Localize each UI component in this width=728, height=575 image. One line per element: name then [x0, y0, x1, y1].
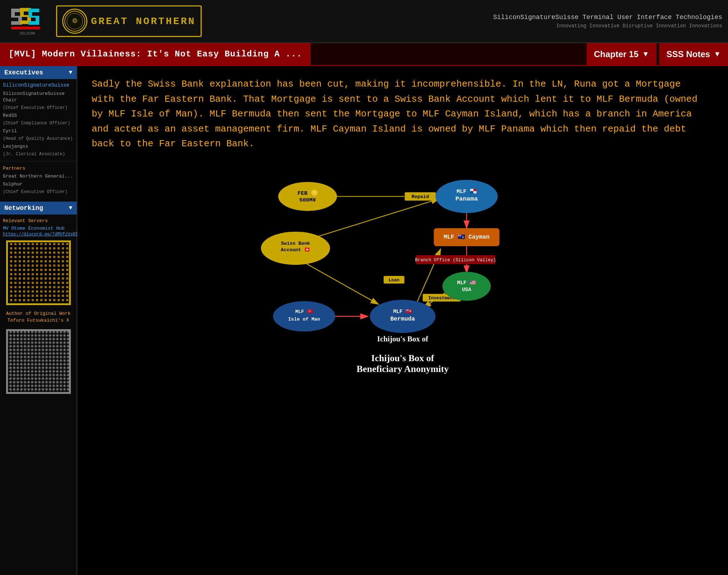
svg-text:MLF 🇺🇸: MLF 🇺🇸 — [457, 279, 476, 286]
diagram-container: Repaid Loan Inv — [241, 166, 564, 346]
qr-code-discord — [6, 240, 71, 305]
svg-text:SILICON: SILICON — [20, 32, 35, 36]
great-northern-logo: ⚙ GREAT NORTHERN — [56, 5, 202, 37]
sidebar-item-partner1: Great Northern General... — [0, 172, 77, 180]
gn-circle: ⚙ — [62, 9, 87, 34]
svg-point-37 — [443, 272, 491, 301]
qr-pattern-1 — [8, 242, 69, 303]
sss-logo: SILICON — [6, 5, 49, 37]
sidebar-item-cyril-role: (Head of Quality Assurance) — [0, 135, 77, 143]
svg-text:Branch Office (Silicon Valley): Branch Office (Silicon Valley) — [415, 258, 496, 263]
gn-text: GREAT NORTHERN — [91, 16, 196, 27]
networking-header[interactable]: Networking ▼ — [0, 202, 77, 215]
svg-text:⚙: ⚙ — [72, 17, 78, 24]
svg-text:USA: USA — [462, 287, 471, 293]
sidebar-item-sulphur-role: (Chief Executive Officer) — [0, 188, 77, 196]
chapter-label: Chapter 15 — [594, 49, 638, 59]
svg-text:500M¥: 500M¥ — [299, 197, 316, 203]
networking-label: Networking — [4, 204, 43, 212]
diagram-title: Ichijou's Box of Beneficiary Anonymity — [92, 353, 714, 374]
notes-label: SSS Notes — [667, 49, 710, 59]
chapter-button[interactable]: Chapter 15 ▼ — [587, 43, 656, 65]
header: SILICON ⚙ GREAT NORTHERN SiliconSignatur… — [0, 0, 728, 43]
chapter-chevron-icon: ▼ — [642, 50, 649, 58]
sidebar-divider-1 — [0, 161, 77, 161]
header-brand: SiliconSignatureSuisse Terminal User Int… — [493, 13, 722, 30]
main-paragraph: Sadly the Swiss Bank explanation has bee… — [92, 77, 703, 152]
sidebar-item-sulphur: Sulphur — [0, 180, 77, 188]
brand-subtitle: Innovating Innovative Disruptive Innovat… — [493, 22, 722, 30]
main-content: Sadly the Swiss Bank explanation has bee… — [77, 66, 728, 575]
sidebar-item-sss-chair-role: (Chief Executive Officer) — [0, 104, 77, 112]
sidebar-item-leujangss-role: (Jr. Clerical Associate) — [0, 151, 77, 158]
discord-link[interactable]: https://discord.gg/7dMVfzUsK9 — [0, 232, 77, 237]
notes-button[interactable]: SSS Notes ▼ — [659, 43, 728, 65]
sidebar: Executives ▼ SiliconSignatureSuisse Sili… — [0, 66, 77, 575]
sidebar-item-redss: RedSS — [0, 112, 77, 120]
executives-label: Executives — [4, 69, 43, 76]
relevant-servers-label: Relevant Servers — [0, 217, 77, 225]
svg-text:MLF 🇮🇲: MLF 🇮🇲 — [295, 308, 313, 314]
partners-label: Partners — [0, 164, 77, 172]
svg-text:Ichijou's Box of: Ichijou's Box of — [377, 335, 429, 343]
networking-section: Networking ▼ Relevant Servers MV Otome E… — [0, 202, 77, 394]
svg-text:Panama: Panama — [455, 196, 478, 202]
executives-header[interactable]: Executives ▼ — [0, 66, 77, 79]
sidebar-item-leujangss: Leujangss — [0, 143, 77, 151]
qr-code-author — [6, 329, 71, 394]
nav-title: [MVL] Modern Villainess: It's Not Easy B… — [0, 43, 311, 65]
sidebar-item-sss: SiliconSignatureSuisse — [0, 81, 77, 90]
sidebar-item-redss-role: (Chief Compliance Officer) — [0, 120, 77, 127]
svg-rect-0 — [11, 27, 40, 29]
executives-chevron-icon: ▼ — [69, 69, 72, 76]
svg-text:FEB 🪙: FEB 🪙 — [298, 189, 318, 197]
main-layout: Executives ▼ SiliconSignatureSuisse Sili… — [0, 66, 728, 575]
nav-bar: [MVL] Modern Villainess: It's Not Easy B… — [0, 43, 728, 66]
svg-text:MLF 🇧🇲: MLF 🇧🇲 — [393, 308, 412, 314]
brand-name: SiliconSignatureSuisse Terminal User Int… — [493, 13, 722, 22]
qr-pattern-2 — [8, 331, 69, 392]
svg-text:Isle of Man: Isle of Man — [288, 317, 320, 322]
svg-text:Bermuda: Bermuda — [390, 316, 415, 322]
sidebar-item-sss-chair: SiliconSignatureSuisse Chair — [0, 90, 77, 104]
svg-text:Swiss Bank: Swiss Bank — [281, 241, 310, 246]
svg-text:MLF 🇵🇦: MLF 🇵🇦 — [457, 188, 477, 195]
sidebar-item-cyril: Cyril — [0, 127, 77, 135]
diagram-svg: Repaid Loan Inv — [241, 166, 564, 346]
networking-chevron-icon: ▼ — [69, 205, 72, 211]
sidebar-server-mv: MV Otome Economist Hub — [0, 225, 77, 232]
svg-text:MLF 🇰🇾 Cayman: MLF 🇰🇾 Cayman — [444, 233, 490, 240]
svg-text:Repaid: Repaid — [412, 194, 429, 199]
svg-text:Loan: Loan — [389, 278, 399, 283]
svg-text:Account 🇨🇭: Account 🇨🇭 — [281, 247, 310, 253]
notes-chevron-icon: ▼ — [714, 50, 721, 58]
author-label: Author of Original Work Tofuro Futsukaic… — [0, 309, 77, 326]
